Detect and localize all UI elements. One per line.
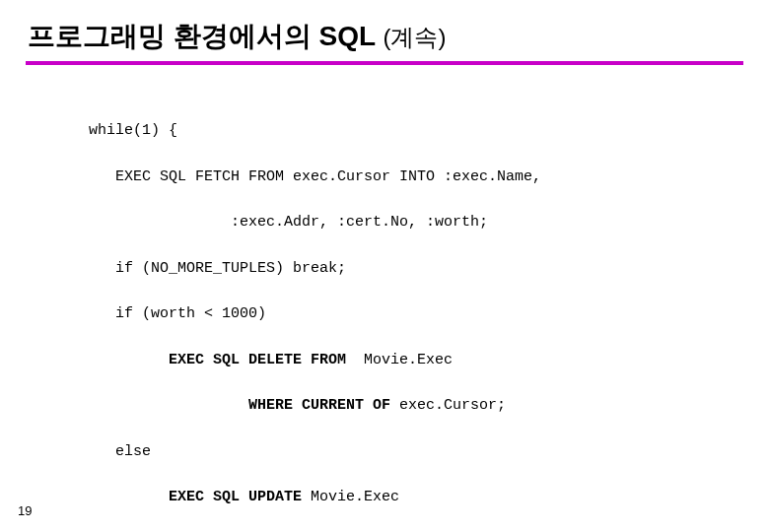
code-line: EXEC SQL UPDATE Movie.Exec [0,486,769,508]
kw-delete: EXEC SQL DELETE FROM [169,352,355,368]
code-line: EXEC SQL FETCH FROM exec.Cursor INTO :ex… [0,166,769,188]
code-line: WHERE CURRENT OF exec.Cursor; [0,394,769,417]
title-sub: (계속) [383,24,446,50]
kw-update: EXEC SQL UPDATE [169,489,311,505]
code-line: :exec.Addr, :cert.No, :worth; [0,211,769,233]
code-line: else [0,440,769,463]
code-line: while(1) { [0,119,769,142]
code-line: if (NO_MORE_TUPLES) break; [0,257,769,280]
code-line: EXEC SQL DELETE FROM Movie.Exec [0,349,769,371]
kw-where: WHERE CURRENT OF [248,397,399,414]
code-line: if (worth < 1000) [0,302,769,325]
title-main: 프로그래밍 환경에서의 SQL [28,21,376,51]
code-block: while(1) { EXEC SQL FETCH FROM exec.Curs… [0,65,769,532]
slide-title: 프로그래밍 환경에서의 SQL (계속) [0,0,769,61]
page-number: 19 [18,503,32,518]
